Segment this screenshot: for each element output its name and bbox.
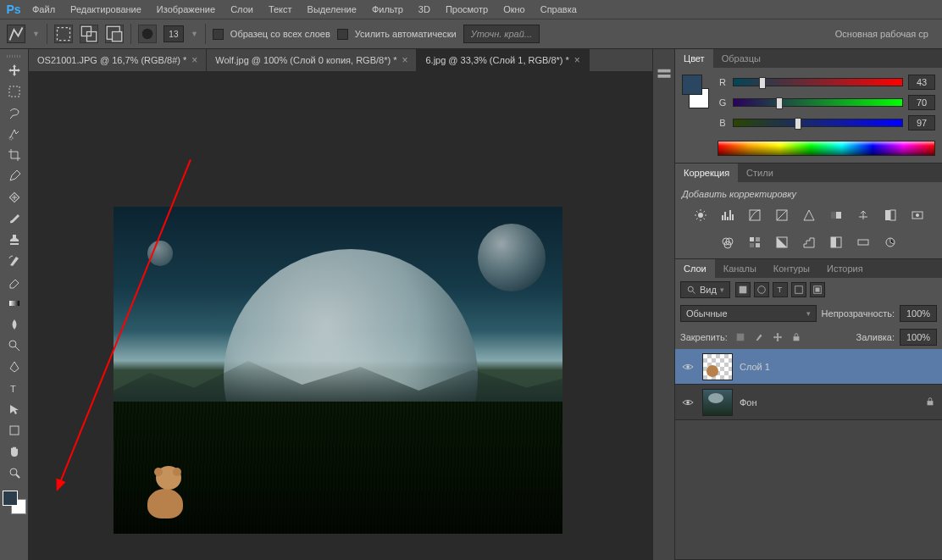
swatches-tab[interactable]: Образцы [713, 49, 769, 68]
menu-layers[interactable]: Слои [224, 2, 260, 17]
r-value[interactable]: 43 [908, 75, 935, 90]
filter-text-icon[interactable]: T [773, 282, 788, 297]
sample-all-checkbox[interactable] [213, 29, 224, 40]
menu-text[interactable]: Текст [262, 2, 299, 17]
spectrum-bar[interactable] [718, 141, 935, 156]
close-icon[interactable]: × [191, 54, 197, 66]
hue-sat-icon[interactable] [827, 206, 845, 225]
quick-select-tool[interactable] [3, 124, 25, 144]
auto-enhance-checkbox[interactable] [337, 29, 348, 40]
gradient-map-icon[interactable] [854, 233, 873, 252]
move-tool[interactable] [3, 60, 25, 80]
g-slider[interactable] [733, 98, 903, 107]
paths-tab[interactable]: Контуры [765, 259, 818, 278]
lock-position-icon[interactable] [770, 330, 785, 345]
blur-tool[interactable] [3, 314, 25, 335]
invert-icon[interactable] [773, 233, 791, 252]
exposure-icon[interactable] [773, 206, 791, 225]
b-slider[interactable] [733, 119, 903, 127]
menu-help[interactable]: Справка [534, 2, 584, 17]
canvas-area[interactable] [29, 71, 652, 560]
brush-tool[interactable] [3, 208, 25, 229]
adjustments-tab[interactable]: Коррекция [675, 164, 738, 182]
toolbox-grip[interactable] [2, 53, 27, 59]
workspace-label[interactable]: Основная рабочая ср [835, 29, 935, 39]
color-tab[interactable]: Цвет [675, 49, 713, 68]
tab-2[interactable]: 6.jpg @ 33,3% (Слой 1, RGB/8*) *× [417, 49, 589, 71]
filter-adjustment-icon[interactable] [754, 282, 769, 297]
menu-edit[interactable]: Редактирование [64, 2, 148, 17]
add-selection-icon[interactable] [80, 25, 98, 43]
posterize-icon[interactable] [800, 233, 818, 252]
new-selection-icon[interactable] [54, 25, 73, 43]
lock-transparency-icon[interactable] [733, 330, 748, 345]
opacity-value[interactable]: 100% [900, 305, 937, 322]
refine-edge-button[interactable]: Уточн. край... [463, 25, 540, 43]
close-icon[interactable]: × [574, 54, 580, 66]
lasso-tool[interactable] [3, 103, 25, 123]
menu-file[interactable]: Файл [25, 2, 62, 17]
fg-color-swatch[interactable] [3, 491, 18, 506]
channels-tab[interactable]: Каналы [715, 259, 765, 278]
photo-filter-icon[interactable] [908, 206, 927, 225]
tab-1[interactable]: Wolf.jpg @ 100% (Слой 0 копия, RGB/8*) *… [207, 49, 417, 71]
crop-tool[interactable] [3, 145, 25, 165]
hand-tool[interactable] [3, 441, 25, 462]
brush-preview-icon[interactable] [138, 25, 157, 43]
lock-paint-icon[interactable] [751, 330, 767, 345]
history-tab[interactable]: История [818, 259, 872, 278]
color-lookup-icon[interactable] [745, 233, 764, 252]
tool-preset-chevron-icon[interactable]: ▼ [32, 30, 40, 38]
brightness-icon[interactable] [691, 206, 710, 225]
layer-thumb[interactable] [702, 389, 733, 416]
pen-tool[interactable] [3, 357, 25, 377]
zoom-tool[interactable] [3, 463, 25, 483]
bw-icon[interactable] [881, 206, 900, 225]
menu-3d[interactable]: 3D [412, 2, 437, 17]
healing-tool[interactable] [3, 187, 25, 208]
vibrance-icon[interactable] [800, 206, 818, 225]
eraser-tool[interactable] [3, 272, 25, 292]
gradient-tool[interactable] [3, 293, 25, 313]
layer-row[interactable]: Фон [675, 385, 942, 420]
menu-select[interactable]: Выделение [301, 2, 363, 17]
current-tool-icon[interactable] [7, 25, 25, 43]
curves-icon[interactable] [745, 206, 764, 225]
color-balance-icon[interactable] [854, 206, 873, 225]
brush-chevron-icon[interactable]: ▼ [191, 30, 198, 38]
channel-mixer-icon[interactable] [718, 233, 737, 252]
history-dock-icon[interactable] [656, 66, 673, 83]
layer-thumb[interactable] [702, 353, 733, 380]
styles-tab[interactable]: Стили [738, 164, 782, 182]
subtract-selection-icon[interactable] [105, 25, 124, 43]
brush-size-value[interactable]: 13 [163, 25, 184, 42]
menu-image[interactable]: Изображение [150, 2, 222, 17]
filter-shape-icon[interactable] [791, 282, 806, 297]
layers-tab[interactable]: Слои [675, 259, 715, 278]
eyedropper-tool[interactable] [3, 166, 25, 186]
tab-0[interactable]: OS21001.JPG @ 16,7% (RGB/8#) *× [29, 49, 207, 71]
document-canvas[interactable] [114, 207, 562, 534]
stamp-tool[interactable] [3, 230, 25, 250]
menu-view[interactable]: Просмотр [439, 2, 495, 17]
dodge-tool[interactable] [3, 335, 25, 356]
fg-well[interactable] [682, 75, 702, 95]
shape-tool[interactable] [3, 420, 25, 441]
filter-pixel-icon[interactable] [735, 282, 751, 297]
r-slider[interactable] [733, 78, 903, 86]
menu-filter[interactable]: Фильтр [365, 2, 410, 17]
layer-row[interactable]: Слой 1 [675, 349, 942, 385]
color-wells[interactable] [682, 75, 709, 108]
visibility-icon[interactable] [680, 359, 695, 374]
marquee-tool[interactable] [3, 81, 25, 102]
path-select-tool[interactable] [3, 399, 25, 419]
visibility-icon[interactable] [680, 395, 695, 410]
filter-kind-dropdown[interactable]: Вид ▾ [680, 281, 730, 298]
lock-all-icon[interactable] [789, 330, 804, 345]
history-brush-tool[interactable] [3, 251, 25, 271]
fill-value[interactable]: 100% [900, 329, 937, 346]
g-value[interactable]: 70 [908, 95, 935, 110]
menu-window[interactable]: Окно [496, 2, 532, 17]
color-swatches[interactable] [3, 491, 26, 514]
close-icon[interactable]: × [402, 54, 407, 66]
